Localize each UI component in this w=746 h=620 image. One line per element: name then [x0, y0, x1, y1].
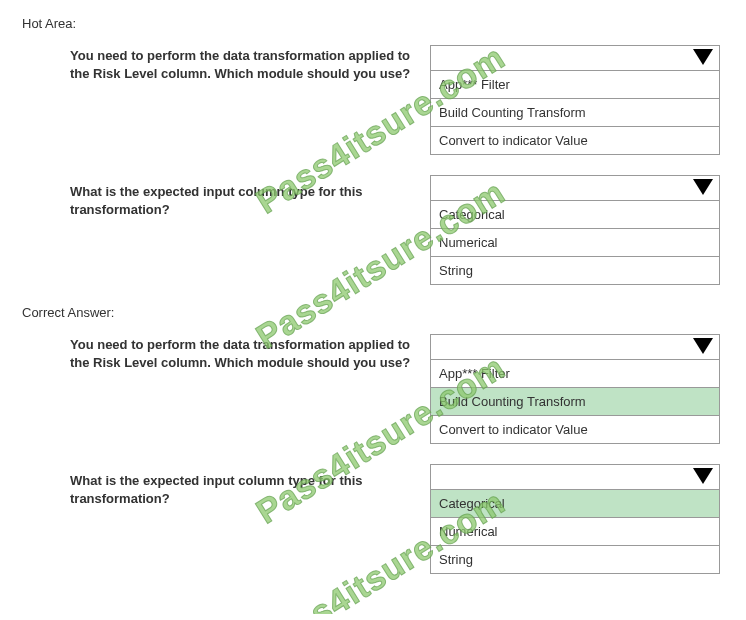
option-item[interactable]: Build Counting Transform — [430, 99, 720, 127]
chevron-down-icon — [693, 49, 713, 65]
question-2-text-answer: What is the expected input column type f… — [70, 464, 430, 508]
option-item[interactable]: String — [430, 546, 720, 574]
hotarea-q1-block: You need to perform the data transformat… — [70, 45, 746, 155]
option-item[interactable]: Numerical — [430, 518, 720, 546]
option-item[interactable]: Convert to indicator Value — [430, 416, 720, 444]
hot-area-label: Hot Area: — [22, 16, 746, 31]
chevron-down-icon — [693, 179, 713, 195]
question-2-text: What is the expected input column type f… — [70, 175, 430, 219]
chevron-down-icon — [693, 468, 713, 484]
dropdown-type-hotarea[interactable]: Categorical Numerical String — [430, 175, 720, 285]
option-item[interactable]: Numerical — [430, 229, 720, 257]
dropdown-type-answer[interactable]: Categorical Numerical String — [430, 464, 720, 574]
option-item[interactable]: Categorical — [430, 201, 720, 229]
option-item[interactable]: Convert to indicator Value — [430, 127, 720, 155]
dropdown-module-hotarea[interactable]: App*** Filter Build Counting Transform C… — [430, 45, 720, 155]
dropdown-head[interactable] — [430, 334, 720, 360]
hotarea-q2-block: What is the expected input column type f… — [70, 175, 746, 285]
option-item-selected[interactable]: Build Counting Transform — [430, 388, 720, 416]
option-item[interactable]: String — [430, 257, 720, 285]
dropdown-head[interactable] — [430, 175, 720, 201]
dropdown-head[interactable] — [430, 464, 720, 490]
dropdown-head[interactable] — [430, 45, 720, 71]
answer-q2-block: What is the expected input column type f… — [70, 464, 746, 574]
option-item-selected[interactable]: Categorical — [430, 490, 720, 518]
option-item[interactable]: App*** Filter — [430, 71, 720, 99]
answer-q1-block: You need to perform the data transformat… — [70, 334, 746, 444]
question-1-text-answer: You need to perform the data transformat… — [70, 334, 430, 372]
question-1-text: You need to perform the data transformat… — [70, 45, 430, 83]
dropdown-module-answer[interactable]: App*** Filter Build Counting Transform C… — [430, 334, 720, 444]
option-item[interactable]: App*** Filter — [430, 360, 720, 388]
correct-answer-label: Correct Answer: — [22, 305, 746, 320]
chevron-down-icon — [693, 338, 713, 354]
